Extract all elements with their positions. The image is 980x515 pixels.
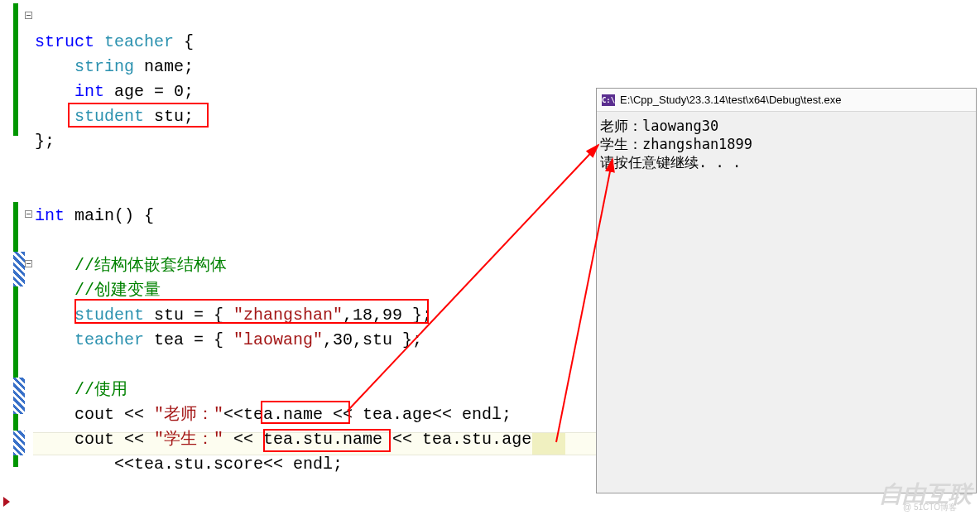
console-window[interactable]: C:\ E:\Cpp_Study\23.3.14\test\x64\Debug\…	[596, 88, 977, 493]
code-editor[interactable]: struct teacher { string name; int age = …	[0, 0, 596, 515]
console-title-text: E:\Cpp_Study\23.3.14\test\x64\Debug\test…	[620, 94, 841, 106]
fold-icon[interactable]	[25, 210, 32, 218]
code-content: struct teacher { string name; int age = …	[35, 5, 531, 502]
fold-icon[interactable]	[25, 260, 32, 267]
console-output: 老师：laowang30 学生：zhangshan1899 请按任意键继续. .…	[597, 112, 976, 176]
watermark-sub: @ 51CTO博客	[903, 502, 957, 513]
yellow-hilite	[532, 433, 565, 455]
console-titlebar: C:\ E:\Cpp_Study\23.3.14\test\x64\Debug\…	[597, 89, 976, 112]
fold-icon[interactable]	[25, 12, 32, 19]
console-icon: C:\	[602, 94, 615, 106]
breakpoint-arrow-icon	[3, 497, 10, 507]
